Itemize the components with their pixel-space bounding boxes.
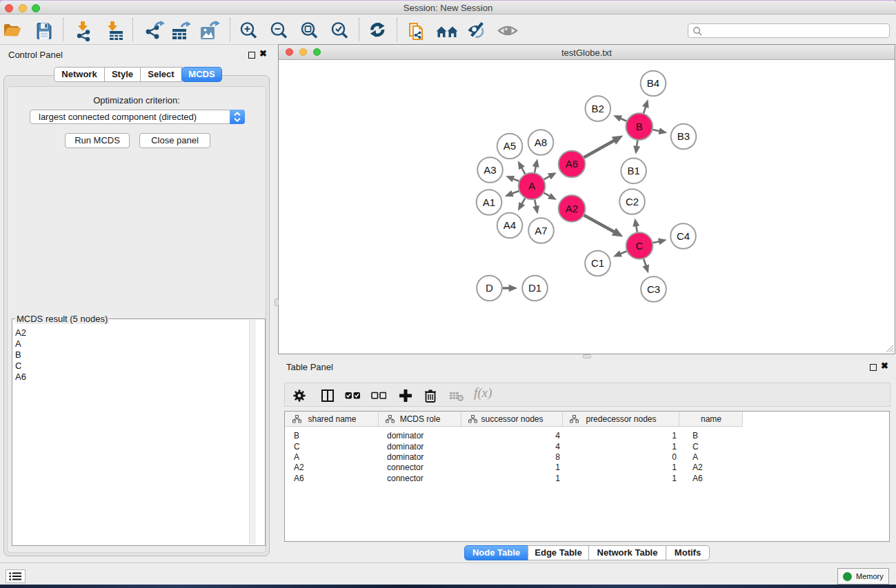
svg-text:A4: A4 — [504, 219, 516, 231]
svg-text:B4: B4 — [647, 77, 659, 89]
svg-text:B: B — [636, 121, 643, 132]
svg-text:A3: A3 — [484, 164, 496, 176]
svg-text:B3: B3 — [677, 130, 690, 142]
svg-text:B1: B1 — [627, 165, 639, 176]
svg-text:C3: C3 — [647, 283, 660, 295]
svg-text:C4: C4 — [677, 230, 690, 242]
svg-text:C: C — [636, 240, 644, 252]
svg-text:A5: A5 — [504, 140, 516, 152]
svg-text:A6: A6 — [566, 158, 578, 170]
svg-text:A7: A7 — [535, 225, 547, 236]
svg-text:D1: D1 — [528, 282, 541, 294]
svg-text:B2: B2 — [592, 103, 604, 114]
svg-text:C1: C1 — [591, 257, 604, 269]
svg-text:C2: C2 — [626, 196, 639, 207]
svg-text:A: A — [528, 180, 535, 192]
svg-text:D: D — [486, 282, 493, 294]
svg-text:A8: A8 — [535, 136, 547, 148]
svg-text:A1: A1 — [483, 196, 495, 208]
svg-text:A2: A2 — [566, 203, 578, 214]
